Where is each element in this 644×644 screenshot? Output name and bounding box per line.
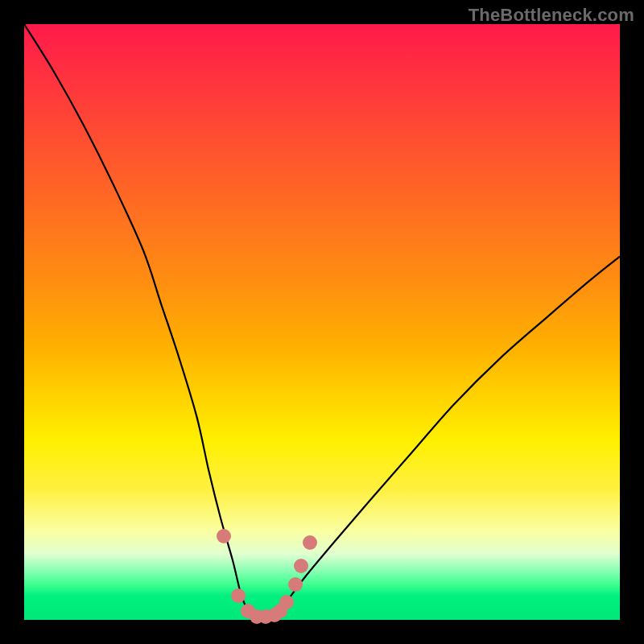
highlight-marker: [231, 588, 246, 603]
highlight-marker: [303, 535, 317, 550]
highlight-marker: [279, 595, 294, 609]
bottleneck-curve: [24, 24, 620, 620]
watermark-text: TheBottleneck.com: [469, 5, 634, 26]
highlight-marker: [288, 577, 303, 592]
chart-stage: TheBottleneck.com: [0, 0, 644, 644]
curve-layer: [24, 24, 620, 620]
highlight-marker: [294, 559, 308, 573]
highlight-marker: [217, 529, 231, 543]
plot-area: [24, 24, 620, 620]
